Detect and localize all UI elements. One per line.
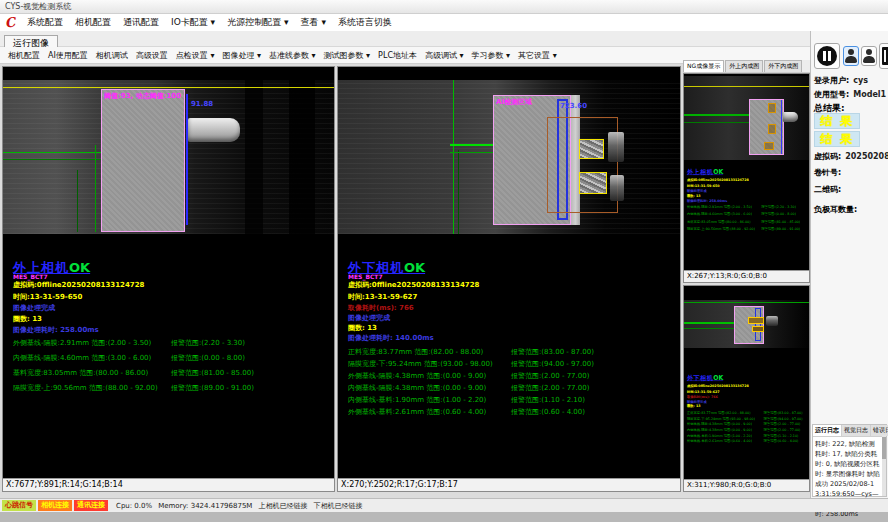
elapsed-line: 图像处理耗时: 258.00ms xyxy=(687,199,727,204)
turns-line: 圈数: 13 xyxy=(348,323,377,333)
thumb-upper-textblock: 外上相机OK 虚拟码:0ffline20250208133124728 时间:1… xyxy=(686,168,810,239)
measurement-row: 外侧基线-隔膜:4.38mm 范围:(0.00 - 9.00)报警范围:(2.0… xyxy=(348,371,486,381)
turns-line: 圈数: 13 xyxy=(13,314,42,324)
overlay-yellow-line xyxy=(684,86,810,87)
thumb-image-upper xyxy=(684,76,810,160)
toolbar-item-camera-debug[interactable]: 相机调试 xyxy=(96,50,128,61)
toolbar-item-ai-config[interactable]: AI使用配置 xyxy=(48,50,88,61)
operator-button[interactable] xyxy=(861,46,877,66)
toolbar-item-test-image-params[interactable]: 测试图参数 ▾ xyxy=(324,50,371,61)
log-tab-row: 运行日志 视觉日志 错误日志 xyxy=(813,425,886,437)
defect-marker xyxy=(764,142,774,150)
tab-upper-inner-image[interactable]: 外上内成图 xyxy=(725,60,763,72)
turns-line: 圈数: 13 xyxy=(687,404,701,409)
pixel-info-bar-thumb2: X:311;Y:980;R:0;G:0;B:0 xyxy=(684,479,809,491)
defect-marker xyxy=(768,124,776,134)
menu-item-camera-config[interactable]: 相机配置 xyxy=(75,16,111,29)
machine-column xyxy=(245,80,263,234)
thumbnail-lower-camera[interactable]: 外下相机OK 虚拟码:0ffline20250208133134728 时间:1… xyxy=(683,285,810,492)
menu-item-light-config[interactable]: 光源控制配置 ▾ xyxy=(227,16,288,29)
elapsed-line: 图像处理耗时: 140.00ms xyxy=(348,333,434,343)
result-box-1: 结 果 xyxy=(814,113,860,129)
bottom-status-bar: 心跳信号 相机连接 通讯连接 Cpu: 0.0% Memory: 3424.41… xyxy=(0,498,888,512)
tab-lower-inner-image[interactable]: 外下内成图 xyxy=(764,60,802,72)
measurement-row: 内侧基线-基料:1.90mm 范围:(1.00 - 2.20)报警范围:(1.1… xyxy=(348,395,486,405)
log-tab-run[interactable]: 运行日志 xyxy=(813,425,842,436)
measurement-row: 外侧基线-基料:2.61mm 范围:(0.60 - 4.00)报警范围:(0.6… xyxy=(687,439,752,444)
comm-link-badge: 通讯连接 xyxy=(74,500,108,511)
logout-door-icon xyxy=(882,47,888,65)
thumbnail-upper-camera[interactable]: 外上相机OK 虚拟码:0ffline20250208133124728 时间:1… xyxy=(683,73,810,283)
camera-image-lower[interactable]: AI检测区域 723.60 xyxy=(338,80,680,234)
measurement-row: 隔膜宽度-上:90.56mm 范围:(88.00 - 92.00)报警范围:(8… xyxy=(13,383,158,393)
mes-label: MES_BCT7 xyxy=(13,273,48,280)
log-scrollbar[interactable] xyxy=(882,435,886,496)
toolbar-item-image-processing[interactable]: 图像处理 ▾ xyxy=(222,50,261,61)
menu-item-comm-config[interactable]: 通讯配置 xyxy=(123,16,159,29)
measurement-row: 隔膜宽度-上:90.56mm 范围:(88.00 - 92.00)报警范围:(8… xyxy=(687,226,755,231)
menu-item-view[interactable]: 查看 ▾ xyxy=(301,16,326,29)
user-button[interactable] xyxy=(843,46,859,66)
measurement-row: 内侧基线-隔膜:4.60mm 范围:(3.00 - 6.00)报警范围:(0.0… xyxy=(687,212,752,217)
log-scrollbar-thumb[interactable] xyxy=(882,437,886,459)
pause-button[interactable] xyxy=(814,43,840,69)
barcode-line: 虚拟码:0ffline20250208133124728 xyxy=(687,178,749,183)
time-line: 时间:13-31-59-650 xyxy=(13,292,82,302)
measure-blue-line xyxy=(186,94,188,225)
camera-image-upper[interactable]: 阈值:93, 动态阈值:100 91.88 xyxy=(3,80,334,234)
winder-number-label: 卷针号: xyxy=(814,167,841,178)
time-line: 时间:13-31-59-627 xyxy=(687,390,720,395)
menu-item-io-config[interactable]: IO卡配置 ▾ xyxy=(171,16,215,29)
barcode-line: 虚拟码:0ffline20250208133134728 xyxy=(687,384,749,389)
grab-elapsed-line: 取像耗时(ms): 766 xyxy=(348,303,414,313)
time-line: 时间:13-31-59-627 xyxy=(348,292,417,302)
overlay-green-hline xyxy=(684,328,739,329)
exit-button[interactable] xyxy=(879,43,888,69)
camera-title: 外下相机OK xyxy=(687,374,723,382)
menu-item-language-switch[interactable]: 系统语言切换 xyxy=(338,16,392,29)
ai-region-label: AI检测区域 xyxy=(496,97,532,107)
tab-object xyxy=(188,118,240,142)
virtual-code-label: 虚拟码: xyxy=(814,152,841,161)
toolbar-item-other-settings[interactable]: 其它设置 ▾ xyxy=(518,50,557,61)
thumb-tab-row: NG成像显示 外上内成图 外下内成图 xyxy=(683,60,810,73)
measure-blue-rect xyxy=(755,308,761,341)
overlay-green-vline xyxy=(95,145,96,232)
toolbar-item-camera-config[interactable]: 相机配置 xyxy=(8,50,40,61)
toolbar-item-plc-address[interactable]: PLC地址本 xyxy=(378,50,417,61)
login-user-row: 登录用户:cys xyxy=(814,75,868,86)
machine-highlight xyxy=(608,132,624,162)
measure-blue-line xyxy=(781,100,782,154)
toolbar-item-spot-check[interactable]: 点检设置 ▾ xyxy=(176,50,215,61)
toolbar-item-learning-params[interactable]: 学习参数 ▾ xyxy=(472,50,511,61)
virtual-code-row: 虚拟码:20250208 xyxy=(814,151,888,162)
result-ok: OK xyxy=(69,260,90,275)
toolbar-item-advanced-settings[interactable]: 高级设置 xyxy=(136,50,168,61)
detect-region-rect xyxy=(547,117,618,213)
measurement-row: 基料宽度:83.05mm 范围:(80.00 - 86.00)报警范围:(81.… xyxy=(687,219,751,224)
toolbar-item-advanced-debug[interactable]: 高级调试 ▾ xyxy=(425,50,464,61)
overlay-yellow-line xyxy=(3,87,334,88)
measurement-row: 正料宽度:83.77mm 范围:(82.00 - 88.00)报警范围:(83.… xyxy=(687,411,751,416)
thumb-image-lower xyxy=(684,300,810,348)
barcode-line: 虚拟码:0ffline20250208133124728 xyxy=(13,280,144,290)
mes-label: MES_BCT7 xyxy=(348,273,383,280)
menu-item-system-config[interactable]: 系统配置 xyxy=(27,16,63,29)
measurement-row: 外侧基线-隔膜:4.38mm 范围:(0.00 - 9.00)报警范围:(2.0… xyxy=(687,422,752,427)
camera-view-upper[interactable]: 阈值:93, 动态阈值:100 91.88 外上相机OK MES_BCT7 虚拟… xyxy=(2,66,335,492)
time-line: 时间:13-31-59-650 xyxy=(687,184,720,189)
tab-ng-display[interactable]: NG成像显示 xyxy=(683,60,724,72)
process-done-line: 图像处理完成 xyxy=(13,303,55,313)
measurement-row: 外侧基线-隔膜:2.91mm 范围:(2.00 - 3.50)报警范围:(2.2… xyxy=(687,205,752,210)
measurement-row: 内侧基线-隔膜:4.38mm 范围:(0.00 - 9.00)报警范围:(2.0… xyxy=(348,383,486,393)
window-titlebar: CYS-视觉检测系统 xyxy=(0,0,888,14)
measure-value-label: 91.88 xyxy=(191,100,213,108)
negative-tab-count-label: 负极耳数量: xyxy=(814,204,857,215)
threshold-label: 阈值:93, 动态阈值:100 xyxy=(104,91,181,101)
toolbar-item-baseline-params[interactable]: 基准线参数 ▾ xyxy=(269,50,316,61)
pixel-info-bar-lower: X:270;Y:2502;R:17;G:17;B:17 xyxy=(338,478,680,491)
camera-view-lower[interactable]: AI检测区域 723.60 外下相机OK MES_BCT7 虚拟码:0fflin… xyxy=(337,66,681,492)
app-logo-icon: C xyxy=(2,15,18,31)
log-tab-vision[interactable]: 视觉日志 xyxy=(842,425,871,436)
tab-row: 运行图像 xyxy=(0,31,888,47)
